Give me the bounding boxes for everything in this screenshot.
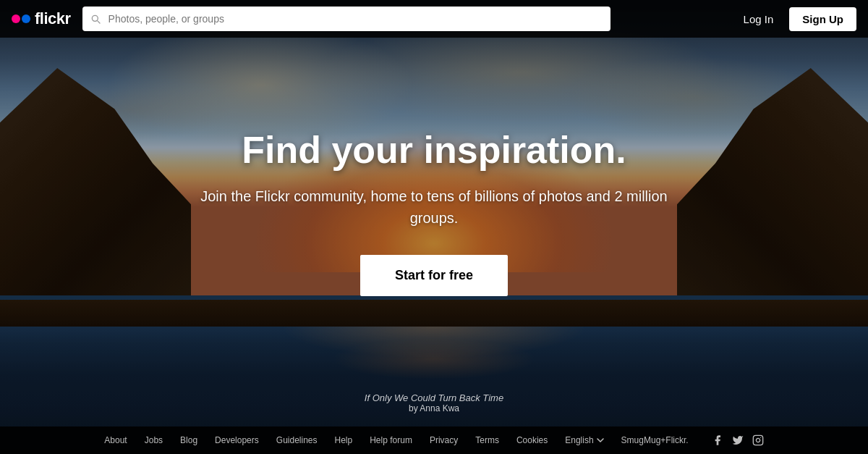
search-bar — [82, 7, 610, 31]
start-free-button[interactable]: Start for free — [360, 255, 508, 296]
footer-link-jobs[interactable]: Jobs — [145, 435, 163, 445]
hero-title: Find your inspiration. — [181, 129, 687, 170]
language-label: English — [565, 435, 593, 445]
signup-button[interactable]: Sign Up — [789, 7, 856, 31]
flickr-logo[interactable]: flickr — [12, 9, 71, 28]
header-right: Log In Sign Up — [736, 7, 856, 31]
footer-link-guidelines[interactable]: Guidelines — [276, 435, 318, 445]
svg-rect-0 — [753, 435, 762, 445]
login-button[interactable]: Log In — [736, 9, 781, 30]
facebook-icon[interactable] — [712, 434, 723, 446]
footer-link-about[interactable]: About — [104, 435, 127, 445]
language-selector[interactable]: English — [565, 435, 603, 445]
footer-link-help[interactable]: Help — [335, 435, 353, 445]
footer-link-help-forum[interactable]: Help forum — [370, 435, 412, 445]
smugmug-link[interactable]: SmugMug+Flickr. — [621, 435, 689, 445]
footer: About Jobs Blog Developers Guidelines He… — [0, 426, 868, 454]
photo-credit-title: If Only We Could Turn Back Time — [365, 392, 503, 403]
search-icon — [90, 13, 101, 25]
footer-link-blog[interactable]: Blog — [180, 435, 197, 445]
header: flickr Log In Sign Up — [0, 0, 868, 38]
instagram-icon[interactable] — [752, 434, 764, 446]
dot-pink — [12, 14, 20, 23]
search-input[interactable] — [82, 7, 610, 31]
logo-dots — [12, 14, 30, 23]
twitter-icon[interactable] — [732, 434, 744, 446]
dot-blue — [22, 14, 30, 23]
photo-credit: If Only We Could Turn Back Time by Anna … — [365, 392, 503, 413]
hero-content: Find your inspiration. Join the Flickr c… — [181, 129, 687, 295]
chevron-down-icon — [597, 437, 604, 444]
hero: Find your inspiration. Join the Flickr c… — [0, 0, 868, 454]
social-icons — [712, 434, 764, 446]
footer-link-terms[interactable]: Terms — [475, 435, 499, 445]
hero-subtitle: Join the Flickr community, home to tens … — [181, 185, 687, 229]
footer-link-developers[interactable]: Developers — [215, 435, 259, 445]
photo-credit-author: by Anna Kwa — [365, 403, 503, 413]
logo-text: flickr — [35, 9, 71, 28]
footer-link-cookies[interactable]: Cookies — [516, 435, 548, 445]
footer-link-privacy[interactable]: Privacy — [430, 435, 458, 445]
